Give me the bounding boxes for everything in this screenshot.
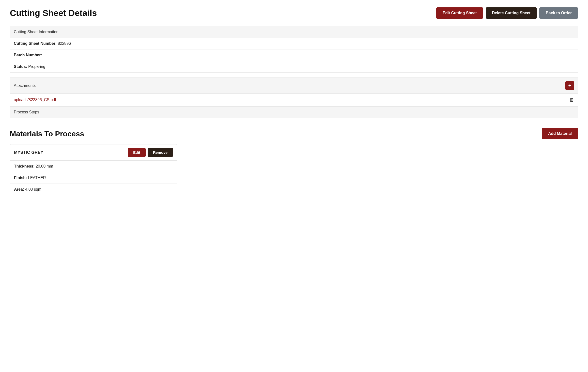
- cutting-sheet-info-label: Cutting Sheet Information: [14, 30, 58, 34]
- materials-header: Materials To Process Add Material: [10, 128, 578, 139]
- batch-number-row: Batch Number:: [10, 49, 578, 61]
- edit-cutting-sheet-button[interactable]: Edit Cutting Sheet: [436, 7, 483, 19]
- material-action-buttons: Edit Remove: [128, 148, 173, 157]
- area-row: Area: 4.03 sqm: [10, 184, 177, 195]
- cutting-sheet-info-header: Cutting Sheet Information: [10, 26, 578, 38]
- attachments-label: Attachments: [14, 83, 36, 88]
- thickness-row: Thickness: 20.00 mm: [10, 161, 177, 172]
- edit-material-button[interactable]: Edit: [128, 148, 146, 157]
- back-to-order-button[interactable]: Back to Order: [539, 7, 578, 19]
- attachment-row: uploads/822896_CS.pdf 🗑: [10, 94, 578, 106]
- add-material-button[interactable]: Add Material: [542, 128, 578, 139]
- status-row: Status: Preparing: [10, 61, 578, 73]
- delete-cutting-sheet-button[interactable]: Delete Cutting Sheet: [486, 7, 537, 19]
- delete-attachment-icon[interactable]: 🗑: [570, 97, 574, 103]
- page-header: Cutting Sheet Details Edit Cutting Sheet…: [10, 7, 578, 19]
- process-steps-section: Process Steps: [10, 106, 578, 118]
- add-attachment-button[interactable]: +: [565, 81, 574, 90]
- cutting-sheet-number-row: Cutting Sheet Number: 822896: [10, 38, 578, 49]
- header-buttons: Edit Cutting Sheet Delete Cutting Sheet …: [436, 7, 578, 19]
- material-card-header: MYSTIC GREY Edit Remove: [10, 144, 177, 161]
- page-title: Cutting Sheet Details: [10, 8, 97, 18]
- remove-material-button[interactable]: Remove: [148, 148, 173, 157]
- cutting-sheet-info-section: Cutting Sheet Information Cutting Sheet …: [10, 26, 578, 73]
- finish-row: Finish: LEATHER: [10, 172, 177, 184]
- process-steps-label: Process Steps: [14, 110, 39, 114]
- material-card: MYSTIC GREY Edit Remove Thickness: 20.00…: [10, 144, 177, 195]
- materials-title: Materials To Process: [10, 129, 84, 138]
- attachments-header: Attachments +: [10, 78, 578, 94]
- material-name: MYSTIC GREY: [14, 150, 43, 155]
- attachment-link[interactable]: uploads/822896_CS.pdf: [14, 98, 56, 102]
- attachments-section: Attachments + uploads/822896_CS.pdf 🗑: [10, 78, 578, 106]
- process-steps-header: Process Steps: [10, 106, 578, 118]
